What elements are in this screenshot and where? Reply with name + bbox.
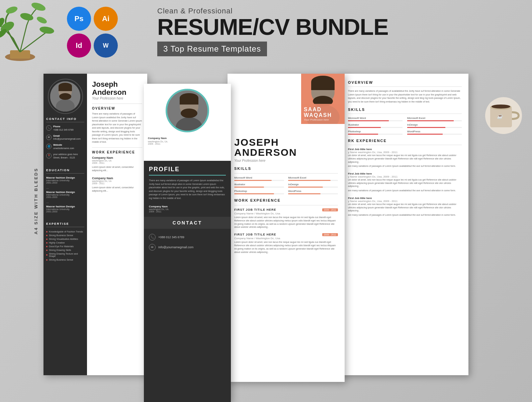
t1-phone-item: 📞 Phone +088 012 345 6789 bbox=[46, 125, 84, 132]
indesign-icon: Id bbox=[67, 34, 91, 58]
t4-work-1-header: First Job titile here bbox=[348, 148, 462, 151]
software-icons-container: Ps Ai Id W bbox=[67, 7, 127, 58]
t1-work-1-company: Company Nam bbox=[92, 156, 142, 159]
t1-exp-3: Strong Visualisation Abilities bbox=[46, 237, 84, 241]
t4-skill-illus: Illustrator bbox=[348, 123, 403, 128]
t3-skill-wp: WordPress bbox=[288, 190, 338, 194]
t4-work-2-header: First Job titile here bbox=[348, 172, 462, 175]
t1-overview-text: There are many variations of passages of… bbox=[92, 112, 142, 144]
header-title: RESUME/CV BUNDLE bbox=[157, 15, 492, 38]
t1-edu-1-year: 2001-2003 bbox=[46, 182, 84, 184]
t1-overview-title: OVERVIEW bbox=[92, 107, 142, 110]
t3-work-divider bbox=[234, 205, 338, 205]
t1-exp-2: Strong Business Sense bbox=[46, 233, 84, 237]
t2-phone-icon: 📞 bbox=[149, 234, 156, 241]
t3-work-1-header: FIRST JOB TITILE HERE 2009 - 2011 bbox=[234, 208, 338, 211]
t2-email-icon: ✉ bbox=[149, 244, 156, 251]
t1-edu-3-year: 2001-2003 bbox=[46, 210, 84, 213]
t4-skill-wp: WordPress bbox=[407, 130, 462, 135]
t1-work-1-text: Lorem ipsum dolor sit amet, consectetur … bbox=[92, 165, 142, 173]
t4-work-3-title: First Job titile here bbox=[348, 197, 372, 200]
t1-expertise-section: EXPERTISE Knowledgable of Fashion Trends… bbox=[43, 219, 87, 265]
svg-point-6 bbox=[5, 5, 18, 15]
email-icon: ✉ bbox=[46, 135, 52, 140]
t1-edu-2-year: 2001-2003 bbox=[46, 196, 84, 198]
t3-work-1-title: FIRST JOB TITILE HERE bbox=[234, 208, 276, 211]
t4-work-1-title: First Job titile here bbox=[348, 148, 372, 151]
t3-skill-excel-label: Microsoft Excel bbox=[288, 176, 338, 179]
t1-edu-1: Masrar fashion Design Internationa Unive… bbox=[46, 176, 84, 184]
t1-work-2: Company Nam washington Dc, Us 2009 - 201… bbox=[92, 177, 142, 193]
t1-main-content: Joseph Anderson Your Profession here OVE… bbox=[87, 74, 147, 375]
t1-edu-2: Masrar fashion Design Internationa Unive… bbox=[46, 191, 84, 198]
t3-work-title: WORK EXPERIENCE bbox=[234, 198, 338, 202]
t3-name-line2: ANDERSON bbox=[234, 147, 338, 157]
svg-rect-19 bbox=[59, 86, 72, 91]
t1-work-2-year: 2009 - 2011 bbox=[92, 182, 142, 185]
illustrator-icon: Ai bbox=[94, 7, 118, 31]
t4-skill-excel-label: Microsoft Excel bbox=[407, 117, 462, 120]
t3-skill-msword-label: Microsoft Word bbox=[234, 176, 284, 179]
t4-overview-text: There are many variations of passages of… bbox=[348, 89, 462, 104]
t4-skill-msword-label: Microsoft Word bbox=[348, 117, 403, 120]
t2-bottom-section: PROFILE There are many variations of pas… bbox=[144, 161, 231, 402]
t3-skill-photo-label: Photoshop bbox=[234, 190, 284, 193]
t4-skill-photo-label: Photoshop bbox=[348, 130, 403, 133]
t3-skills-title: SKILLS bbox=[234, 166, 338, 171]
t1-phone-label: Phone bbox=[53, 125, 74, 128]
side-label: A4 SIZE WITH BLEEDS bbox=[33, 168, 38, 234]
t3-work-1-company: Company Name / Washington Dc, Usa bbox=[234, 212, 338, 215]
t1-email-item: ✉ Gmail Info@yournamegmail.com bbox=[46, 134, 84, 141]
t1-edu-2-school: Masrar fashion Design bbox=[46, 191, 84, 194]
t4-work-3-extra: are many variations of passages of Lorem… bbox=[348, 213, 462, 217]
t1-email: Info@yournamegmail.com bbox=[53, 137, 81, 141]
t4-skill-photo: Photoshop bbox=[348, 130, 403, 135]
svg-rect-25 bbox=[180, 98, 198, 105]
t1-education-title: EDUCATION bbox=[46, 169, 84, 174]
t3-photo-area: SAADWAQASH Your Profession here bbox=[301, 74, 345, 124]
svg-point-20 bbox=[59, 93, 71, 100]
t4-work-3: First Job titile here y Name washington … bbox=[348, 197, 462, 217]
t1-edu-3: Masrar fashion Design Internationa Unive… bbox=[46, 205, 84, 213]
t4-overview-divider bbox=[348, 86, 462, 87]
t1-edu-2-uni: Internationa University bbox=[46, 194, 84, 196]
t3-skill-row-3: Photoshop WordPress bbox=[234, 190, 338, 194]
t1-work-1-year: 2009 - 2011 bbox=[92, 162, 142, 164]
t1-exp-8: Strong Business Sense bbox=[46, 258, 84, 262]
t4-skills-divider bbox=[348, 114, 462, 114]
t1-exp-5: Good Eye For Materials bbox=[46, 245, 84, 248]
t1-exp-6: Streng Drawing Skills bbox=[46, 248, 84, 252]
t1-work-title: WORK EXPERIENCE bbox=[92, 150, 142, 154]
svg-point-9 bbox=[36, 15, 48, 25]
t3-skill-indesign: InDesign bbox=[288, 183, 338, 188]
t1-exp-7: Streng Drawing Texture and Shape bbox=[46, 252, 84, 258]
t3-work-2-year: 2009 - 2011 bbox=[322, 233, 338, 236]
t3-skill-photo: Photoshop bbox=[234, 190, 284, 194]
t3-work-2: FIRST JOB TITILE HERE 2009 - 2011 Compan… bbox=[234, 233, 338, 254]
address-icon: 📍 bbox=[46, 153, 52, 158]
t3-work-2-header: FIRST JOB TITILE HERE 2009 - 2011 bbox=[234, 233, 338, 236]
t1-work-2-company: Company Nam bbox=[92, 177, 142, 180]
t1-exp-4: Highly Creative bbox=[46, 241, 84, 245]
t1-work-2-text: Lorem ipsum dolor sit amet, consectetur … bbox=[92, 186, 142, 193]
t3-skills-divider bbox=[234, 173, 338, 174]
t4-work-title: RK EXPERIENCE bbox=[348, 139, 462, 143]
t3-skill-row-2: Illustrator InDesign bbox=[234, 183, 338, 188]
template-3: SAADWAQASH Your Profession here JOSEPH A… bbox=[228, 74, 345, 382]
t3-skill-wp-label: WordPress bbox=[288, 190, 338, 193]
template-4: OVERVIEW There are many variations of pa… bbox=[341, 74, 468, 375]
t3-name-line1: JOSEPH bbox=[234, 137, 338, 147]
t3-work-1-year: 2009 - 2011 bbox=[322, 208, 338, 211]
t3-skill-illus: Illustrator bbox=[234, 183, 284, 188]
t4-work-3-company: y Name washington Dc, Usa, 2009 - 2011 bbox=[348, 200, 462, 203]
svg-point-26 bbox=[181, 109, 197, 118]
t4-work-2: First Job titile here y Name washington … bbox=[348, 172, 462, 193]
svg-rect-31 bbox=[311, 82, 335, 90]
t1-work-2-location: washington Dc, Us bbox=[92, 180, 142, 182]
templates-container: CONTACT INFO 📞 Phone +088 012 345 6789 ✉… bbox=[43, 74, 519, 395]
t4-work-1: First Job titile here y Name washington … bbox=[348, 148, 462, 168]
t4-skills-title: SKILLS bbox=[348, 108, 462, 112]
t1-phone: +088 012 345 6789 bbox=[53, 128, 74, 132]
t1-website: urwebsitename.com bbox=[53, 147, 74, 150]
header-tagline: 3 Top Resume Templates bbox=[157, 42, 267, 56]
